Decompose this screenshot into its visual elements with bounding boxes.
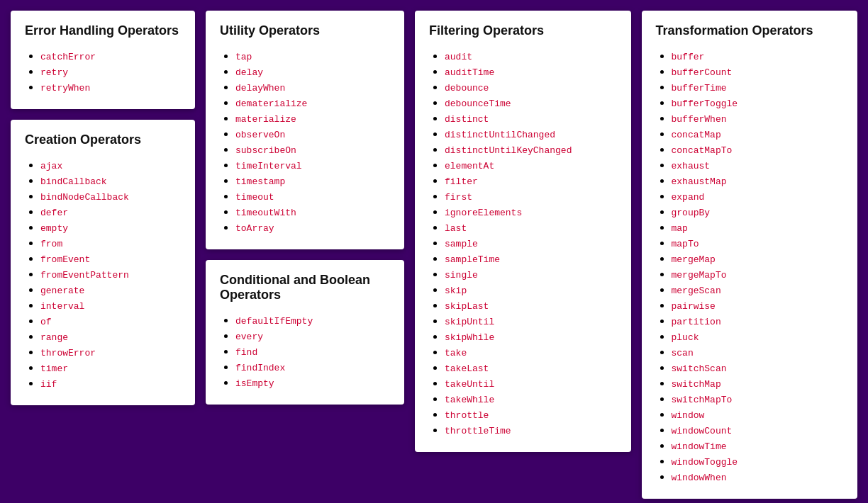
transformation-card: Transformation Operators bufferbufferCou… [642,11,858,499]
list-item: single [445,268,617,281]
list-item: catchError [40,50,181,62]
operator-name: bufferTime [672,83,727,94]
conditional-list: defaultIfEmptyeveryfindfindIndexisEmpty [220,314,390,389]
list-item: empty [40,221,181,234]
list-item: windowToggle [672,455,844,468]
operator-name: buffer [672,52,705,62]
list-item: generate [40,283,181,296]
list-item: throwError [40,346,181,358]
list-item: mapTo [672,237,844,249]
operator-name: debounce [445,83,489,94]
operator-name: timeInterval [235,161,302,171]
list-item: toArray [235,221,390,234]
list-item: windowWhen [672,470,844,483]
conditional-title: Conditional and Boolean Operators [220,273,390,303]
list-item: subscribeOn [235,143,390,156]
creation-title: Creation Operators [25,132,181,147]
operator-name: switchMapTo [672,395,733,405]
operator-name: interval [40,301,84,312]
operator-name: tap [235,52,252,62]
operator-name: skipWhile [445,332,494,343]
list-item: ajax [40,159,181,171]
operator-name: filter [445,176,478,187]
operator-name: defaultIfEmpty [235,316,313,327]
operator-name: bindNodeCallback [40,192,129,203]
list-item: expand [672,190,844,203]
list-item: range [40,330,181,343]
operator-name: bindCallback [40,176,107,187]
list-item: sampleTime [445,252,617,265]
operator-name: mergeScan [672,286,721,296]
operator-name: expand [672,192,705,203]
list-item: first [445,190,617,203]
operator-name: sample [445,239,478,249]
operator-name: mergeMapTo [672,270,727,281]
list-item: exhaustMap [672,174,844,187]
list-item: partition [672,315,844,327]
operator-name: catchError [40,52,96,62]
utility-card: Utility Operators tapdelaydelayWhendemat… [206,11,404,249]
error-handling-title: Error Handling Operators [25,23,181,38]
filtering-list: auditauditTimedebouncedebounceTimedistin… [429,50,617,436]
list-item: buffer [672,50,844,62]
list-item: skipLast [445,299,617,312]
list-item: pairwise [672,299,844,312]
operator-name: dematerialize [235,98,307,109]
operator-name: take [445,348,467,358]
operator-name: timestamp [235,176,285,187]
operator-name: concatMap [672,130,721,140]
operator-name: fromEvent [40,254,90,265]
utility-title: Utility Operators [220,23,390,38]
list-item: skip [445,283,617,296]
operator-name: scan [672,348,694,358]
operator-name: audit [445,52,472,62]
operator-name: mapTo [672,239,699,249]
operator-name: distinctUntilKeyChanged [445,145,572,156]
list-item: materialize [235,112,390,125]
operator-name: takeLast [445,363,489,374]
operator-name: exhaust [672,161,711,171]
list-item: concatMapTo [672,143,844,156]
list-item: skipUntil [445,315,617,327]
list-item: audit [445,50,617,62]
conditional-card: Conditional and Boolean Operators defaul… [206,260,404,405]
list-item: switchMap [672,377,844,390]
list-item: mergeMapTo [672,268,844,281]
operator-name: partition [672,317,721,327]
operator-name: range [40,332,68,343]
list-item: interval [40,299,181,312]
list-item: timeInterval [235,159,390,171]
list-item: scan [672,346,844,358]
operator-name: throttleTime [445,426,511,436]
operator-name: bufferWhen [672,114,727,125]
list-item: ignoreElements [445,205,617,218]
list-item: every [235,329,390,342]
utility-list: tapdelaydelayWhendematerializematerializ… [220,50,390,234]
error-handling-list: catchErrorretryretryWhen [25,50,181,94]
list-item: takeLast [445,361,617,374]
operator-name: groupBy [672,208,711,218]
operator-name: switchMap [672,379,721,390]
list-item: window [672,408,844,421]
list-item: fromEventPattern [40,268,181,281]
operator-name: single [445,270,478,281]
operator-name: skip [445,286,467,296]
operator-name: bufferCount [672,67,733,78]
operator-name: pluck [672,332,699,343]
operator-name: observeOn [235,130,285,140]
list-item: tap [235,50,390,62]
list-item: concatMap [672,128,844,140]
list-item: exhaust [672,159,844,171]
operator-name: ignoreElements [445,208,522,218]
operator-name: skipLast [445,301,489,312]
list-item: timer [40,361,181,374]
operator-name: distinct [445,114,489,125]
operator-name: timer [40,363,68,374]
operator-name: materialize [235,114,296,125]
operator-name: subscribeOn [235,145,296,156]
list-item: bindCallback [40,174,181,187]
list-item: bufferWhen [672,112,844,125]
list-item: delayWhen [235,81,390,94]
list-item: mergeScan [672,283,844,296]
creation-list: ajaxbindCallbackbindNodeCallbackdeferemp… [25,159,181,390]
